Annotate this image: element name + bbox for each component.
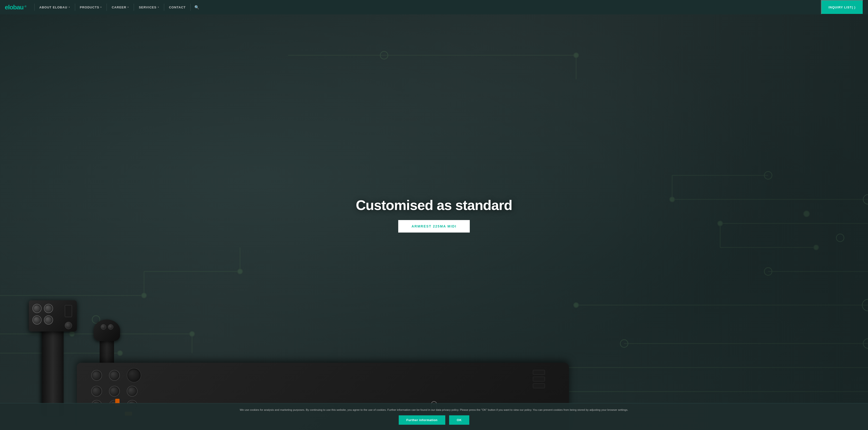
chevron-down-icon-4: ▾ bbox=[158, 6, 159, 8]
logo-icon: ᵉ bbox=[25, 4, 27, 10]
cookie-banner: We use cookies for analysis and marketin… bbox=[0, 403, 868, 430]
nav-separator-1 bbox=[34, 4, 35, 11]
nav-item-services[interactable]: SERVICES ▾ bbox=[134, 0, 163, 15]
cookie-buttons: Further information OK bbox=[9, 415, 859, 425]
chevron-down-icon-2: ▾ bbox=[100, 6, 102, 8]
nav-separator-3 bbox=[106, 4, 107, 11]
hero-content: Customised as standard ARMREST 225MA MID… bbox=[0, 15, 868, 430]
hero-title: Customised as standard bbox=[356, 198, 512, 213]
cookie-text: We use cookies for analysis and marketin… bbox=[9, 408, 859, 412]
hero-cta-button[interactable]: ARMREST 225MA MIDI bbox=[398, 220, 469, 232]
search-button[interactable]: 🔍 bbox=[191, 0, 203, 15]
nav-separator-6 bbox=[190, 4, 191, 11]
logo[interactable]: elobau ᵉ bbox=[5, 4, 27, 11]
nav-separator-4 bbox=[134, 4, 134, 11]
main-nav: ABOUT ELOBAU ▾ PRODUCTS ▾ CAREER ▾ SERVI… bbox=[34, 0, 821, 15]
nav-item-career[interactable]: CAREER ▾ bbox=[107, 0, 133, 15]
chevron-down-icon: ▾ bbox=[69, 6, 70, 8]
search-icon: 🔍 bbox=[194, 5, 199, 9]
nav-separator-2 bbox=[75, 4, 75, 11]
nav-item-about[interactable]: ABOUT ELOBAU ▾ bbox=[35, 0, 74, 15]
hero-section: Customised as standard ARMREST 225MA MID… bbox=[0, 15, 868, 430]
logo-text: elobau bbox=[5, 4, 24, 11]
chevron-down-icon-3: ▾ bbox=[127, 6, 129, 8]
inquiry-list-button[interactable]: INQUIRY LIST( ) bbox=[821, 0, 863, 15]
site-header: elobau ᵉ ABOUT ELOBAU ▾ PRODUCTS ▾ CAREE… bbox=[0, 0, 868, 15]
nav-item-contact[interactable]: CONTACT bbox=[165, 0, 190, 15]
nav-item-products[interactable]: PRODUCTS ▾ bbox=[75, 0, 106, 15]
cookie-ok-button[interactable]: OK bbox=[449, 415, 469, 425]
cookie-further-info-button[interactable]: Further information bbox=[399, 415, 445, 425]
